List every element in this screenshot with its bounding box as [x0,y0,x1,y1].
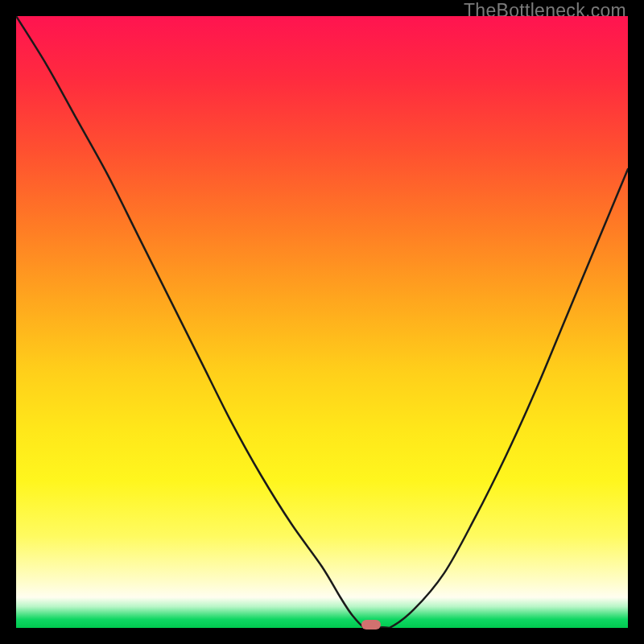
bottleneck-curve [16,16,628,628]
chart-frame: TheBottleneck.com [0,0,644,644]
plot-area [16,16,628,628]
optimal-point-marker [361,620,381,630]
